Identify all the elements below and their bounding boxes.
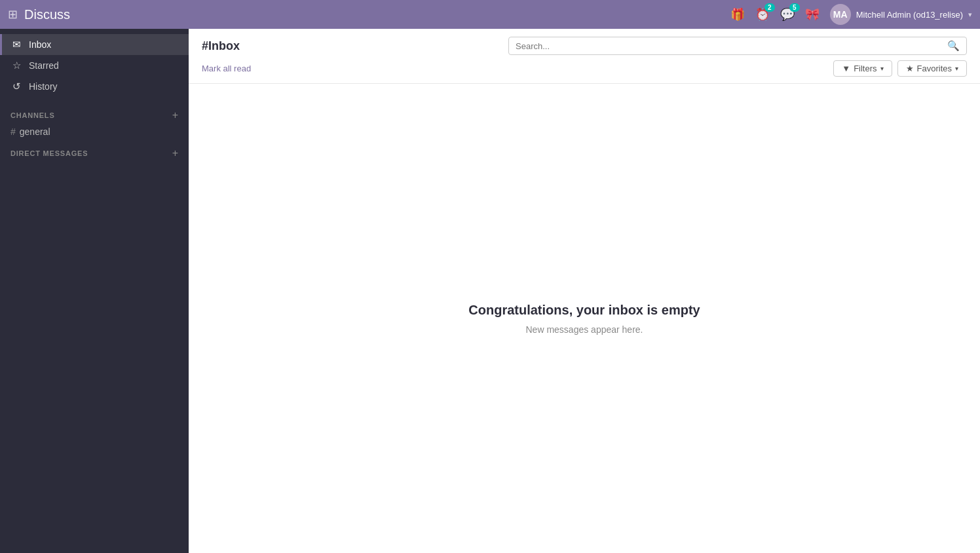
filter-icon: ▼ xyxy=(842,64,850,73)
avatar: MA xyxy=(830,4,851,25)
header-actions-row: Mark all read ▼ Filters ▾ ★ Favorites ▾ xyxy=(202,60,967,77)
search-bar: 🔍 xyxy=(508,37,967,55)
direct-messages-label: DIRECT MESSAGES xyxy=(10,149,88,157)
channels-label: CHANNELS xyxy=(10,111,55,119)
search-icon[interactable]: 🔍 xyxy=(947,40,960,52)
clock-icon-btn[interactable]: ⏰ 2 xyxy=(753,5,772,24)
history-icon: ↺ xyxy=(10,81,22,92)
favorites-chevron: ▾ xyxy=(955,65,958,72)
navbar: ⊞ Discuss 🎁 ⏰ 2 💬 5 🎀 MA Mitchell Admin … xyxy=(0,0,980,29)
content-header-top: #Inbox 🔍 xyxy=(202,37,967,55)
content-header: #Inbox 🔍 Mark all read ▼ Filters ▾ ★ xyxy=(189,29,980,84)
sidebar-nav: ✉ Inbox ☆ Starred ↺ History xyxy=(0,29,189,102)
star-icon: ☆ xyxy=(10,60,22,71)
filters-chevron: ▾ xyxy=(880,65,884,72)
filters-label: Filters xyxy=(854,64,876,73)
star-filled-icon: ★ xyxy=(906,64,914,73)
present-icon: 🎀 xyxy=(805,8,820,21)
empty-inbox-title: Congratulations, your inbox is empty xyxy=(468,303,700,318)
sidebar-item-history[interactable]: ↺ History xyxy=(0,76,189,97)
gift-icon-btn[interactable]: 🎁 xyxy=(728,5,747,24)
content-wrapper: #Inbox 🔍 Mark all read ▼ Filters ▾ ★ xyxy=(189,29,980,553)
content-main: Congratulations, your inbox is empty New… xyxy=(189,84,980,553)
favorites-label: Favorites xyxy=(917,64,952,73)
sidebar-item-inbox-label: Inbox xyxy=(29,39,51,50)
chat-badge: 5 xyxy=(789,3,800,12)
sidebar-item-inbox[interactable]: ✉ Inbox xyxy=(0,34,189,55)
chat-icon-btn[interactable]: 💬 5 xyxy=(778,5,797,24)
main-layout: ✉ Inbox ☆ Starred ↺ History CHANNELS + #… xyxy=(0,29,980,553)
navbar-actions: 🎁 ⏰ 2 💬 5 🎀 MA Mitchell Admin (od13_reli… xyxy=(728,4,972,25)
page-title: #Inbox xyxy=(202,39,240,53)
add-channel-button[interactable]: + xyxy=(172,110,178,121)
channels-section-header: CHANNELS + xyxy=(0,102,189,123)
grid-icon[interactable]: ⊞ xyxy=(8,7,18,22)
app-title: Discuss xyxy=(24,7,728,22)
clock-badge: 2 xyxy=(764,3,775,12)
add-dm-button[interactable]: + xyxy=(172,148,178,159)
channel-hash-icon: # xyxy=(10,126,16,137)
sidebar-item-starred-label: Starred xyxy=(29,60,59,71)
present-icon-btn[interactable]: 🎀 xyxy=(802,5,822,24)
search-input[interactable] xyxy=(516,41,947,51)
sidebar-item-starred[interactable]: ☆ Starred xyxy=(0,55,189,76)
gift-icon: 🎁 xyxy=(730,8,745,21)
filter-buttons: ▼ Filters ▾ ★ Favorites ▾ xyxy=(833,60,967,77)
username: Mitchell Admin (od13_relise) xyxy=(856,10,963,20)
inbox-icon: ✉ xyxy=(10,39,22,50)
sidebar: ✉ Inbox ☆ Starred ↺ History CHANNELS + #… xyxy=(0,29,189,553)
channel-general-label: general xyxy=(20,126,50,137)
empty-inbox-subtitle: New messages appear here. xyxy=(526,324,643,335)
channel-general[interactable]: # general xyxy=(0,123,189,140)
sidebar-item-history-label: History xyxy=(29,81,58,92)
filters-button[interactable]: ▼ Filters ▾ xyxy=(833,60,892,77)
favorites-button[interactable]: ★ Favorites ▾ xyxy=(897,60,967,77)
direct-messages-section-header: DIRECT MESSAGES + xyxy=(0,140,189,161)
mark-all-read-link[interactable]: Mark all read xyxy=(202,64,251,73)
user-menu-chevron: ▾ xyxy=(968,10,972,19)
user-menu[interactable]: MA Mitchell Admin (od13_relise) ▾ xyxy=(830,4,972,25)
